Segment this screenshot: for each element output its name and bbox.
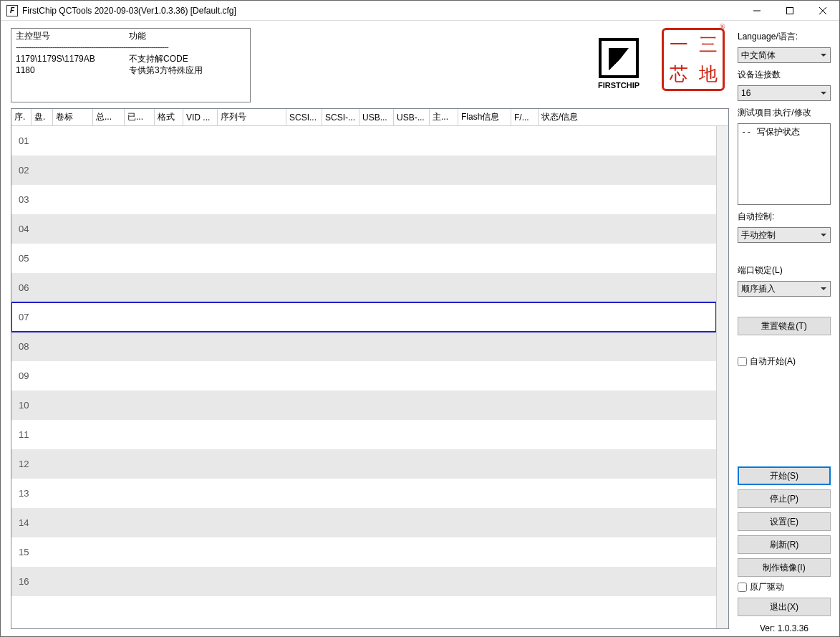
close-button[interactable] xyxy=(806,1,839,20)
side-panel: Language/语言: 中文简体 设备连接数 16 测试项目:执行/修改 自动… xyxy=(732,21,839,636)
info-r2-model: 1180 xyxy=(16,64,129,76)
app-icon: F xyxy=(6,5,18,16)
column-header[interactable]: F/... xyxy=(511,109,539,125)
make-image-button[interactable]: 制作镜像(I) xyxy=(738,558,831,577)
refresh-button[interactable]: 刷新(R) xyxy=(738,535,831,554)
test-items-text[interactable] xyxy=(738,123,831,205)
connections-select[interactable]: 16 xyxy=(738,85,831,101)
column-header[interactable]: USB... xyxy=(359,109,394,125)
factory-driver-label: 原厂驱动 xyxy=(750,581,784,593)
version-label: Ver: 1.0.3.36 xyxy=(738,623,831,633)
table-row[interactable]: 02 xyxy=(11,155,716,185)
language-label: Language/语言: xyxy=(738,31,831,43)
firstchip-logo-icon xyxy=(599,38,639,78)
table-row[interactable]: 09 xyxy=(11,361,716,391)
minimize-button[interactable] xyxy=(740,1,773,20)
column-header[interactable]: SCSI... xyxy=(286,109,322,125)
start-button[interactable]: 开始(S) xyxy=(738,466,831,485)
table-row[interactable]: 13 xyxy=(11,479,716,508)
column-header[interactable]: 已... xyxy=(125,109,155,125)
device-table: 序.盘.卷标总...已...格式VID ...序列号SCSI...SCSI-..… xyxy=(11,108,729,629)
table-row[interactable]: 08 xyxy=(11,332,716,361)
column-header[interactable]: 格式 xyxy=(155,109,183,125)
table-row[interactable]: 05 xyxy=(11,244,716,273)
factory-driver-checkbox[interactable] xyxy=(738,583,747,592)
column-header[interactable]: VID ... xyxy=(183,109,218,125)
column-header[interactable]: 总... xyxy=(93,109,125,125)
table-row[interactable]: 16 xyxy=(11,567,716,596)
column-header[interactable]: Flash信息 xyxy=(458,109,511,125)
test-items-label: 测试项目:执行/修改 xyxy=(738,107,831,119)
factory-driver-checkbox-wrap[interactable]: 原厂驱动 xyxy=(738,581,831,593)
port-lock-label: 端口锁定(L) xyxy=(738,264,831,277)
svg-rect-0 xyxy=(787,7,793,14)
table-row[interactable]: 11 xyxy=(11,420,716,449)
column-header[interactable]: 状态/信息 xyxy=(539,109,728,125)
column-header[interactable]: 盘. xyxy=(32,109,53,125)
info-r2-func: 专供第3方特殊应用 xyxy=(129,64,203,76)
column-header[interactable]: 序列号 xyxy=(218,109,286,125)
firstchip-logo-text: FIRSTCHIP xyxy=(598,81,639,90)
info-r1-model: 1179\1179S\1179AB xyxy=(16,53,129,64)
info-header-model: 主控型号 xyxy=(16,30,129,42)
autostart-checkbox[interactable] xyxy=(738,357,747,366)
table-row[interactable]: 01 xyxy=(11,126,716,155)
window-controls xyxy=(740,1,839,20)
table-row[interactable]: 15 xyxy=(11,537,716,567)
table-row[interactable]: 07 xyxy=(11,302,716,332)
column-header[interactable]: USB-... xyxy=(394,109,430,125)
top-row: 主控型号 功能 --------------------------------… xyxy=(11,28,729,102)
titlebar: F FirstChip QCTools 2020-09-03(Ver1.0.3.… xyxy=(1,1,839,21)
info-divider: ----------------------------------------… xyxy=(16,42,246,53)
logos: FIRSTCHIP 一 三 芯 地 xyxy=(586,28,729,100)
column-header[interactable]: 卷标 xyxy=(53,109,93,125)
content-area: 主控型号 功能 --------------------------------… xyxy=(1,21,839,636)
column-header[interactable]: 序. xyxy=(11,109,32,125)
info-header-function: 功能 xyxy=(129,30,146,42)
info-r1-func: 不支持解CODE xyxy=(129,53,188,64)
language-select[interactable]: 中文简体 xyxy=(738,47,831,63)
table-row[interactable]: 12 xyxy=(11,449,716,479)
settings-button[interactable]: 设置(E) xyxy=(738,512,831,531)
autostart-label: 自动开始(A) xyxy=(750,355,796,368)
window-title: FirstChip QCTools 2020-09-03(Ver1.0.3.36… xyxy=(22,6,740,16)
seal-logo: 一 三 芯 地 xyxy=(662,28,725,91)
reset-lock-button[interactable]: 重置锁盘(T) xyxy=(738,317,831,335)
autostart-checkbox-wrap[interactable]: 自动开始(A) xyxy=(738,355,831,368)
port-lock-select[interactable]: 顺序插入 xyxy=(738,281,831,297)
exit-button[interactable]: 退出(X) xyxy=(738,598,831,616)
scrollbar-vertical[interactable] xyxy=(716,126,728,628)
column-header[interactable]: 主... xyxy=(430,109,458,125)
connections-label: 设备连接数 xyxy=(738,69,831,81)
auto-control-label: 自动控制: xyxy=(738,211,831,223)
app-window: F FirstChip QCTools 2020-09-03(Ver1.0.3.… xyxy=(0,0,840,637)
table-row[interactable]: 04 xyxy=(11,214,716,244)
controller-info-box: 主控型号 功能 --------------------------------… xyxy=(11,28,251,102)
maximize-button[interactable] xyxy=(773,1,806,20)
table-row[interactable]: 14 xyxy=(11,508,716,537)
table-row[interactable]: 10 xyxy=(11,391,716,420)
firstchip-logo: FIRSTCHIP xyxy=(586,28,652,100)
auto-control-select[interactable]: 手动控制 xyxy=(738,227,831,243)
table-row[interactable]: 06 xyxy=(11,273,716,302)
column-header[interactable]: SCSI-... xyxy=(322,109,359,125)
table-header: 序.盘.卷标总...已...格式VID ...序列号SCSI...SCSI-..… xyxy=(11,109,728,126)
table-body: 01020304050607080910111213141516 xyxy=(11,126,716,596)
main-panel: 主控型号 功能 --------------------------------… xyxy=(1,21,732,636)
table-row[interactable]: 03 xyxy=(11,185,716,214)
stop-button[interactable]: 停止(P) xyxy=(738,489,831,508)
